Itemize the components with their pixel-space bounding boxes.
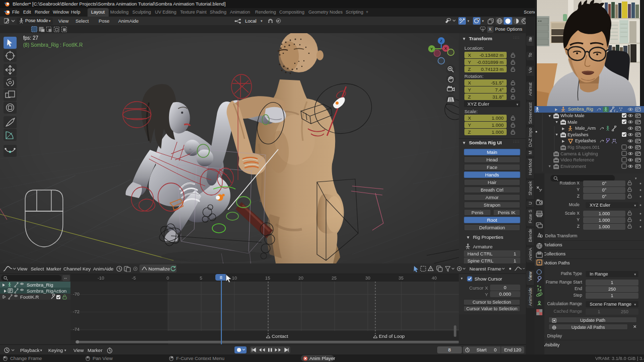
svg-text:Sombra_Rig: Sombra_Rig bbox=[27, 282, 53, 288]
svg-text:Z: Z bbox=[440, 39, 443, 43]
svg-text:Contact: Contact bbox=[272, 333, 288, 339]
svg-text:End of Loop: End of Loop bbox=[379, 333, 405, 339]
svg-text:(8) Sombra_Rig : FootIK.R: (8) Sombra_Rig : FootIK.R bbox=[23, 42, 83, 48]
svg-text:X: X bbox=[444, 46, 447, 51]
svg-text:Nearest Frame: Nearest Frame bbox=[469, 266, 501, 272]
svg-text:Sombra_RigAction: Sombra_RigAction bbox=[27, 288, 66, 294]
svg-text:fps: 27: fps: 27 bbox=[23, 35, 38, 41]
svg-text:FootIK.R: FootIK.R bbox=[20, 294, 39, 300]
svg-text:-74: -74 bbox=[73, 327, 79, 332]
svg-text:-72: -72 bbox=[73, 309, 79, 314]
svg-text:Y: Y bbox=[430, 47, 433, 51]
svg-text:-70: -70 bbox=[73, 292, 79, 297]
